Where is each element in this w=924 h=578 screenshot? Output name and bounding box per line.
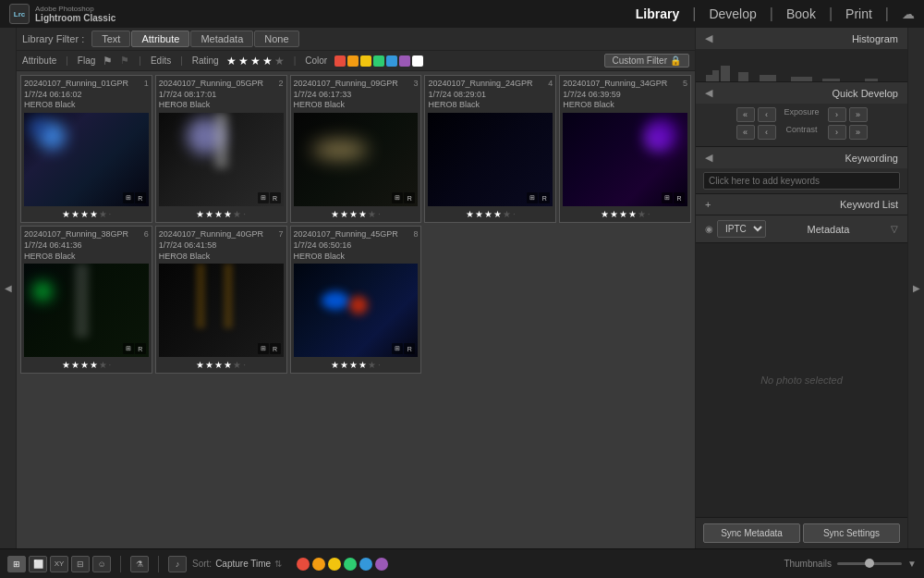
- thumbnail-slider-handle[interactable]: [865, 559, 874, 568]
- photo-cell-3[interactable]: 20240107_Running_09GPR 1/7/24 06:17:33 H…: [290, 75, 422, 223]
- nav-sep2: |: [770, 6, 773, 22]
- cf-blue[interactable]: [359, 558, 372, 571]
- thumbnail-slider[interactable]: [837, 562, 902, 565]
- qd-exposure-up-big[interactable]: »: [849, 107, 868, 122]
- rating-label: Rating: [192, 55, 219, 66]
- quick-develop-header[interactable]: ◀ Quick Develop: [696, 82, 907, 104]
- photo-5-stars: ★ ★ ★ ★ ★: [601, 209, 646, 219]
- qd-contrast-down[interactable]: ‹: [758, 125, 776, 140]
- cf-green[interactable]: [344, 558, 357, 571]
- histogram-display: [696, 49, 907, 81]
- metadata-section: ◉ IPTC Metadata ▽: [696, 215, 907, 243]
- photo-1-icons: ⊞ R: [123, 192, 146, 203]
- sync-settings-button[interactable]: Sync Settings: [803, 523, 900, 543]
- nav-book[interactable]: Book: [786, 6, 816, 21]
- flag-icon2[interactable]: ⚑: [120, 55, 129, 67]
- color-dot-purple[interactable]: [399, 55, 410, 67]
- filter-tab-metadata[interactable]: Metadata: [190, 31, 253, 47]
- left-panel-toggle[interactable]: ◀: [0, 28, 17, 548]
- photo-7-filename: 20240107_Running_40GPR: [159, 229, 263, 240]
- sort-value[interactable]: Capture Time: [215, 559, 271, 569]
- photo-7-date: 1/7/24 06:41:58: [159, 240, 263, 252]
- flag-icon[interactable]: ⚑: [103, 55, 113, 68]
- star-1[interactable]: ★: [226, 55, 237, 68]
- filter-tab-text[interactable]: Text: [91, 31, 130, 47]
- cloud-icon[interactable]: ☁: [902, 6, 915, 21]
- color-dot-white[interactable]: [412, 55, 423, 67]
- photo-1-footer: ★ ★ ★ ★ ★ ·: [24, 209, 149, 219]
- icon-raw3: R: [404, 192, 415, 203]
- nav-print[interactable]: Print: [845, 6, 872, 21]
- survey-view-button[interactable]: ⊟: [71, 556, 90, 572]
- lock-icon: 🔒: [670, 55, 681, 66]
- music-icon[interactable]: ♪: [168, 556, 187, 572]
- photo-5-date: 1/7/24 06:39:59: [563, 90, 667, 101]
- qd-exposure-up[interactable]: ›: [828, 107, 846, 122]
- cf-orange[interactable]: [312, 558, 325, 571]
- photo-7-footer: ★ ★ ★ ★ ★ ·: [159, 360, 284, 370]
- nav-library[interactable]: Library: [636, 6, 679, 21]
- keyword-list-header[interactable]: + Keyword List: [696, 194, 907, 215]
- photo-grid-container[interactable]: 20240107_Running_01GPR 1/7/24 06:16:02 H…: [17, 71, 695, 548]
- photo-5-filename: 20240107_Running_34GPR: [563, 79, 667, 90]
- keyword-input[interactable]: [703, 172, 900, 190]
- star-2[interactable]: ★: [238, 55, 249, 68]
- color-dot-red[interactable]: [334, 55, 346, 67]
- photo-1-filename: 20240107_Running_01GPR: [24, 79, 128, 90]
- sync-metadata-button[interactable]: Sync Metadata: [703, 523, 800, 543]
- star-4[interactable]: ★: [262, 55, 273, 68]
- qd-contrast-label: Contrast: [779, 125, 825, 140]
- nav-develop[interactable]: Develop: [709, 6, 756, 21]
- color-dot-green[interactable]: [373, 55, 384, 67]
- photo-5-footer: ★ ★ ★ ★ ★ ·: [563, 209, 687, 219]
- cf-red[interactable]: [297, 558, 310, 571]
- stars-filter[interactable]: ★ ★ ★ ★ ★: [226, 55, 285, 68]
- photo-4-icons: ⊞ R: [527, 192, 550, 203]
- photo-cell-6[interactable]: 20240107_Running_38GPR 1/7/24 06:41:36 H…: [20, 226, 152, 374]
- qd-contrast-down-big[interactable]: «: [736, 125, 755, 140]
- star-3[interactable]: ★: [250, 55, 261, 68]
- compare-view-button[interactable]: XY: [50, 556, 68, 572]
- metadata-header[interactable]: ◉ IPTC Metadata ▽: [696, 215, 907, 242]
- photo-cell-7[interactable]: 20240107_Running_40GPR 1/7/24 06:41:58 H…: [155, 226, 287, 374]
- metadata-preset-select[interactable]: IPTC: [717, 220, 766, 238]
- sort-direction-icon[interactable]: ⇅: [274, 559, 282, 569]
- star-5[interactable]: ★: [274, 55, 285, 68]
- bottom-bar: ⊞ ⬜ XY ⊟ ☺ ⚗ ♪ Sort: Capture Time ⇅ Thum…: [0, 548, 924, 578]
- photo-3-camera: HERO8 Black: [294, 100, 398, 111]
- custom-filter-button[interactable]: Custom Filter 🔒: [604, 54, 689, 68]
- custom-filter-label: Custom Filter: [613, 55, 667, 66]
- photo-cell-4[interactable]: 20240107_Running_24GPR 1/7/24 08:29:01 H…: [424, 75, 556, 223]
- right-panel-toggle[interactable]: ▶: [907, 28, 924, 548]
- cf-yellow[interactable]: [328, 558, 341, 571]
- color-dot-orange[interactable]: [347, 55, 359, 67]
- photo-cell-8[interactable]: 20240107_Running_45GPR 1/7/24 06:50:16 H…: [290, 226, 422, 374]
- qd-exposure-down[interactable]: ‹: [758, 107, 776, 122]
- thumbnail-dropdown[interactable]: ▼: [907, 559, 917, 569]
- filter-tab-attribute[interactable]: Attribute: [131, 31, 189, 47]
- filter-tab-none[interactable]: None: [254, 31, 298, 47]
- qd-exposure-down-big[interactable]: «: [736, 107, 755, 122]
- color-dot-blue[interactable]: [386, 55, 397, 67]
- quick-develop-section: ◀ Quick Develop « ‹ Exposure › » « ‹ Con…: [696, 82, 907, 147]
- photo-1-thumbnail: ⊞ R: [24, 113, 149, 206]
- qd-contrast-up[interactable]: ›: [828, 125, 846, 140]
- thumbnail-slider-container: [837, 562, 902, 565]
- histogram-header[interactable]: ◀ Histogram: [696, 28, 907, 49]
- cf-purple[interactable]: [375, 558, 388, 571]
- photo-cell-1[interactable]: 20240107_Running_01GPR 1/7/24 06:16:02 H…: [20, 75, 152, 223]
- light-beam: [214, 113, 228, 168]
- histogram-collapse-arrow: ◀: [705, 32, 712, 44]
- loupe-view-button[interactable]: ⬜: [29, 556, 47, 572]
- photo-cell-5[interactable]: 20240107_Running_34GPR 1/7/24 06:39:59 H…: [559, 75, 691, 223]
- grid-view-button[interactable]: ⊞: [7, 556, 26, 572]
- photo-3-filename: 20240107_Running_09GPR: [294, 79, 398, 90]
- hbar5: [760, 75, 776, 81]
- people-view-button[interactable]: ☺: [92, 556, 111, 572]
- photo-4-filename: 20240107_Running_24GPR: [428, 79, 532, 90]
- keywording-header[interactable]: ◀ Keywording: [696, 147, 907, 168]
- color-dot-yellow[interactable]: [360, 55, 371, 67]
- spray-tool[interactable]: ⚗: [130, 556, 149, 572]
- qd-contrast-up-big[interactable]: »: [849, 125, 868, 140]
- photo-cell-2[interactable]: 20240107_Running_05GPR 1/7/24 08:17:01 H…: [155, 75, 287, 223]
